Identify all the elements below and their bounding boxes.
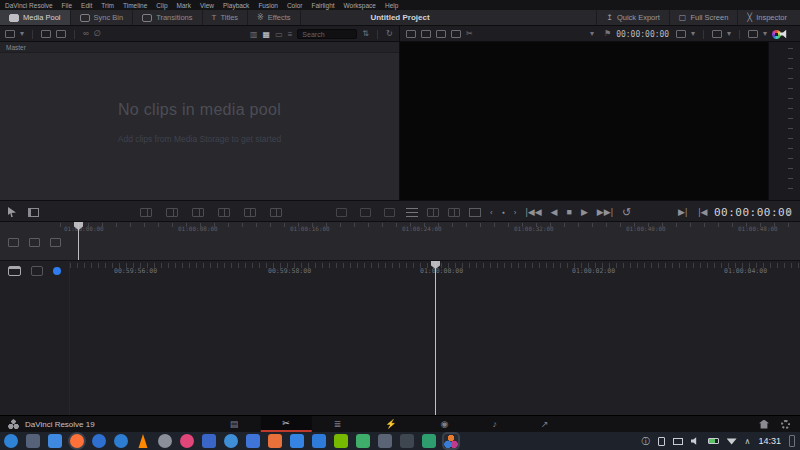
- ripple-overwrite-icon[interactable]: [192, 208, 204, 217]
- menu-item[interactable]: File: [62, 2, 72, 9]
- lower-timeline[interactable]: 00:59:56:0000:59:58:0001:00:00:0001:00:0…: [0, 260, 800, 415]
- close-up-icon[interactable]: [218, 208, 230, 217]
- search-input[interactable]: [297, 29, 357, 39]
- vlc-icon[interactable]: [136, 434, 150, 448]
- source-overwrite-icon[interactable]: [270, 208, 282, 217]
- terminal-icon[interactable]: [400, 434, 414, 448]
- titles-button[interactable]: T Titles: [203, 10, 249, 25]
- source-clip-icon[interactable]: [406, 30, 416, 38]
- lower-playhead[interactable]: [435, 261, 436, 415]
- krita-icon[interactable]: [180, 434, 194, 448]
- project-manager-icon[interactable]: [759, 420, 769, 429]
- relink-clips-icon[interactable]: ∅: [94, 26, 101, 42]
- menu-item[interactable]: Clip: [156, 2, 167, 9]
- link-clips-icon[interactable]: ∞: [83, 26, 89, 42]
- bin-label[interactable]: Master: [0, 42, 399, 53]
- volume-icon[interactable]: [691, 437, 700, 445]
- viewer-mode-chevron-icon[interactable]: ▾: [590, 26, 594, 42]
- clip-tools-icon[interactable]: [448, 208, 460, 217]
- page-fusion[interactable]: ⚡: [363, 416, 418, 432]
- track-destination-indicator[interactable]: [53, 267, 61, 275]
- menu-item[interactable]: Timeline: [123, 2, 147, 9]
- media-player-icon[interactable]: [312, 434, 326, 448]
- sort-icon[interactable]: ⇅: [362, 26, 369, 42]
- append-clip-icon[interactable]: [166, 208, 178, 217]
- refresh-icon[interactable]: ↻: [386, 26, 393, 42]
- marker-icon[interactable]: [360, 208, 371, 217]
- page-deliver[interactable]: ↗: [519, 416, 571, 432]
- davinci-resolve-icon[interactable]: [444, 434, 458, 448]
- gimp-icon[interactable]: [158, 434, 172, 448]
- stop-button[interactable]: ■: [566, 207, 571, 217]
- wifi-icon[interactable]: [727, 438, 737, 445]
- jog-right-icon[interactable]: ›: [514, 208, 517, 217]
- taskbar-clock[interactable]: 14:31: [758, 436, 781, 446]
- sync-bin-button[interactable]: Sync Bin: [71, 10, 134, 25]
- viewer-canvas[interactable]: [400, 42, 768, 200]
- play-around-button[interactable]: ▶|: [678, 207, 687, 217]
- menu-item[interactable]: Playback: [223, 2, 249, 9]
- full-screen-button[interactable]: ▢ Full Screen: [669, 10, 738, 25]
- menu-item[interactable]: Edit: [81, 2, 92, 9]
- snapping-icon[interactable]: [336, 208, 347, 217]
- upper-timeline-ruler[interactable]: 01:00:00:0001:00:08:0001:00:16:0001:00:2…: [0, 222, 800, 236]
- play-button[interactable]: ▶: [581, 207, 588, 217]
- full-extent-zoom-icon[interactable]: [8, 238, 19, 247]
- split-clip-icon[interactable]: ✂: [466, 26, 473, 42]
- last-frame-button[interactable]: ▶▶|: [597, 207, 613, 217]
- page-color[interactable]: ◉: [419, 416, 471, 432]
- chevron-down-icon[interactable]: ▾: [727, 26, 731, 42]
- media-pool-button[interactable]: Media Pool: [0, 10, 71, 25]
- filmstrip-view-icon[interactable]: ▥: [250, 30, 258, 39]
- timeline-options-menu-icon[interactable]: ≡: [786, 207, 792, 218]
- selection-mode-icon[interactable]: [8, 207, 16, 217]
- status-info-icon[interactable]: ⓘ: [642, 436, 650, 447]
- timeline-view-icon[interactable]: [436, 30, 446, 38]
- system-monitor-icon[interactable]: [356, 434, 370, 448]
- chevron-down-icon[interactable]: ▾: [20, 26, 24, 42]
- camera-options-icon[interactable]: [712, 30, 722, 38]
- web-globe-icon[interactable]: [224, 434, 238, 448]
- view-preset-icon[interactable]: [384, 208, 395, 217]
- project-settings-icon[interactable]: [781, 420, 790, 429]
- source-tape-icon[interactable]: [421, 30, 431, 38]
- menu-item[interactable]: Trim: [101, 2, 114, 9]
- orange-document-icon[interactable]: [268, 434, 282, 448]
- smart-insert-icon[interactable]: [140, 208, 152, 217]
- jog-dot-icon[interactable]: ●: [502, 209, 505, 215]
- sync-clips-icon[interactable]: [427, 208, 439, 217]
- first-frame-button[interactable]: |◀◀: [525, 207, 541, 217]
- tasks-app-icon[interactable]: [114, 434, 128, 448]
- blue-document-icon[interactable]: [290, 434, 304, 448]
- menu-item[interactable]: Fairlight: [311, 2, 334, 9]
- multicam-view-icon[interactable]: [451, 30, 461, 38]
- menu-item[interactable]: Color: [287, 2, 303, 9]
- clip-view-options-icon[interactable]: [5, 30, 15, 38]
- video-track-icon[interactable]: [8, 266, 21, 276]
- custom-zoom-icon[interactable]: [50, 238, 61, 247]
- chevron-down-icon[interactable]: ▾: [691, 26, 695, 42]
- clipboard-icon[interactable]: [658, 437, 665, 446]
- battery-icon[interactable]: [708, 438, 719, 444]
- upper-playhead[interactable]: [78, 222, 79, 260]
- page-media[interactable]: ▤: [208, 416, 261, 432]
- transitions-button[interactable]: Transitions: [133, 10, 202, 25]
- menu-item[interactable]: Fusion: [258, 2, 278, 9]
- menu-item[interactable]: View: [200, 2, 214, 9]
- preview-clip-icon[interactable]: [469, 208, 481, 217]
- match-frame-button[interactable]: |◀: [698, 207, 707, 217]
- quick-export-button[interactable]: ↥ Quick Export: [596, 10, 669, 25]
- output-display-icon[interactable]: [676, 30, 686, 38]
- file-manager-icon[interactable]: [48, 434, 62, 448]
- page-cut[interactable]: ✂: [260, 416, 312, 432]
- flag-icon[interactable]: ⚑: [604, 26, 611, 42]
- chevron-down-icon[interactable]: ▾: [763, 26, 767, 42]
- menu-item[interactable]: Workspace: [344, 2, 376, 9]
- kdenlive-icon[interactable]: [246, 434, 260, 448]
- package-manager-icon[interactable]: [422, 434, 436, 448]
- nvidia-settings-icon[interactable]: [334, 434, 348, 448]
- zoom-options-icon[interactable]: [748, 30, 758, 38]
- firefox-icon[interactable]: [70, 434, 84, 448]
- audio-volume-icon[interactable]: [780, 30, 790, 39]
- media-tray-icon[interactable]: [673, 438, 683, 445]
